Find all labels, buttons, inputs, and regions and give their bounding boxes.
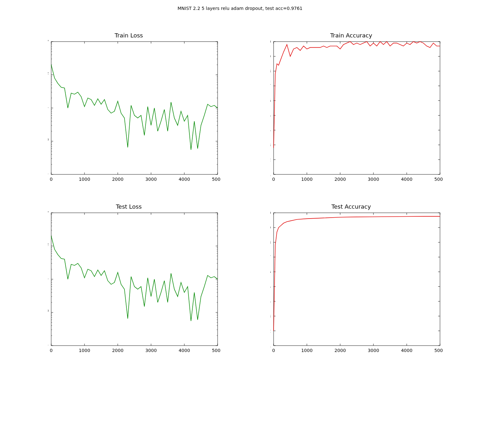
svg-rect-98: [274, 42, 440, 174]
plot-title: Test Loss: [29, 203, 229, 210]
svg-text:0.5: 0.5: [270, 284, 271, 289]
svg-text:1000: 1000: [301, 348, 313, 353]
svg-text:102: 102: [48, 243, 49, 249]
svg-text:10-1: 10-1: [48, 342, 49, 348]
svg-rect-147: [51, 213, 218, 346]
svg-text:0: 0: [50, 348, 53, 353]
svg-text:2000: 2000: [112, 348, 124, 353]
svg-text:0.6: 0.6: [270, 269, 271, 274]
svg-text:5000: 5000: [212, 348, 221, 353]
plot-svg: 01000200030004000500010-1100101102103: [48, 40, 221, 184]
svg-text:0.4: 0.4: [270, 128, 271, 133]
svg-text:1000: 1000: [79, 348, 90, 353]
svg-text:2000: 2000: [112, 177, 124, 182]
svg-text:1000: 1000: [79, 177, 90, 182]
plot-svg: 0100020003000400050000.10.20.30.40.50.60…: [270, 40, 443, 184]
svg-text:3000: 3000: [368, 177, 379, 182]
plot-title: Test Accuracy: [251, 203, 451, 210]
plot-grid: Train Loss 01000200030004000500010-11001…: [29, 32, 451, 355]
svg-text:5000: 5000: [212, 177, 221, 182]
svg-text:3000: 3000: [368, 348, 379, 353]
svg-text:102: 102: [48, 72, 49, 77]
axes-test-accuracy: 0100020003000400050000.10.20.30.40.50.60…: [270, 211, 451, 355]
svg-text:0.3: 0.3: [270, 142, 271, 148]
plot-svg: 01000200030004000500010-1100101102103: [48, 211, 221, 355]
svg-text:0.7: 0.7: [270, 83, 271, 88]
svg-text:0.2: 0.2: [270, 328, 271, 333]
svg-text:1.0: 1.0: [270, 211, 271, 215]
svg-text:100: 100: [48, 309, 49, 315]
svg-text:3000: 3000: [145, 177, 157, 182]
svg-text:103: 103: [48, 40, 49, 44]
svg-text:101: 101: [48, 276, 49, 282]
svg-text:0.4: 0.4: [270, 299, 271, 304]
axes-train-accuracy: 0100020003000400050000.10.20.30.40.50.60…: [270, 40, 451, 184]
page: MNIST 2.2 5 layers relu adam dropout, te…: [0, 0, 480, 448]
svg-text:0.8: 0.8: [270, 240, 271, 245]
svg-text:0.8: 0.8: [270, 68, 271, 74]
svg-text:0.9: 0.9: [270, 225, 271, 230]
svg-text:10-1: 10-1: [48, 171, 49, 177]
axes-train-loss: 01000200030004000500010-1100101102103: [48, 40, 229, 184]
svg-text:0.3: 0.3: [270, 314, 271, 319]
panel-test-loss: Test Loss 01000200030004000500010-110010…: [29, 203, 229, 355]
svg-text:0.1: 0.1: [270, 172, 271, 177]
svg-text:0.2: 0.2: [270, 157, 271, 162]
svg-rect-0: [51, 42, 218, 174]
svg-text:0.9: 0.9: [270, 54, 271, 59]
svg-text:100: 100: [48, 138, 49, 144]
svg-text:5000: 5000: [434, 177, 443, 182]
svg-text:0.7: 0.7: [270, 254, 271, 260]
svg-text:101: 101: [48, 105, 49, 111]
panel-train-loss: Train Loss 01000200030004000500010-11001…: [29, 32, 229, 184]
svg-text:2000: 2000: [334, 177, 346, 182]
svg-text:4000: 4000: [179, 348, 190, 353]
svg-text:1000: 1000: [301, 177, 313, 182]
svg-text:0: 0: [272, 348, 275, 353]
svg-text:0.1: 0.1: [270, 343, 271, 348]
svg-text:3000: 3000: [145, 348, 157, 353]
plot-title: Train Loss: [29, 32, 229, 39]
svg-text:103: 103: [48, 211, 49, 215]
svg-text:0: 0: [50, 177, 53, 182]
axes-test-loss: 01000200030004000500010-1100101102103: [48, 211, 229, 355]
svg-text:4000: 4000: [401, 177, 412, 182]
plot-svg: 0100020003000400050000.10.20.30.40.50.60…: [270, 211, 443, 355]
panel-train-accuracy: Train Accuracy 0100020003000400050000.10…: [251, 32, 451, 184]
svg-rect-245: [274, 213, 440, 346]
svg-text:1.0: 1.0: [270, 40, 271, 44]
svg-text:4000: 4000: [179, 177, 190, 182]
figure-suptitle: MNIST 2.2 5 layers relu adam dropout, te…: [0, 6, 480, 11]
panel-test-accuracy: Test Accuracy 0100020003000400050000.10.…: [251, 203, 451, 355]
svg-text:4000: 4000: [401, 348, 412, 353]
plot-title: Train Accuracy: [251, 32, 451, 39]
svg-text:0: 0: [272, 177, 275, 182]
svg-text:5000: 5000: [434, 348, 443, 353]
svg-text:0.5: 0.5: [270, 113, 271, 118]
svg-text:2000: 2000: [334, 348, 346, 353]
svg-text:0.6: 0.6: [270, 98, 271, 103]
